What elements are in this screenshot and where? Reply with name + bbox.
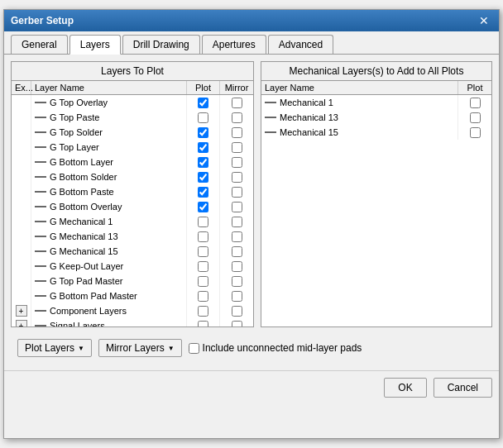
mirror-checkbox[interactable] <box>232 112 242 123</box>
mirror-checkbox[interactable] <box>232 172 242 183</box>
mirror-cell[interactable] <box>220 199 253 214</box>
plot-cell[interactable] <box>187 155 220 169</box>
plot-cell[interactable] <box>187 199 220 214</box>
mirror-checkbox[interactable] <box>232 217 242 227</box>
expand-cell <box>12 288 31 303</box>
mirror-checkbox[interactable] <box>232 127 242 138</box>
plot-checkbox[interactable] <box>198 142 208 153</box>
plot-checkbox[interactable] <box>470 127 481 138</box>
tab-layers[interactable]: Layers <box>69 35 121 55</box>
plot-checkbox[interactable] <box>198 231 208 242</box>
tab-advanced[interactable]: Advanced <box>268 35 333 54</box>
mirror-checkbox[interactable] <box>232 306 242 317</box>
left-panel: Layers To Plot Ex... Layer Name Plot Mir… <box>11 61 254 327</box>
mirror-cell[interactable] <box>220 214 253 229</box>
plot-checkbox[interactable] <box>470 98 481 108</box>
plot-checkbox[interactable] <box>470 112 481 123</box>
table-row-group: + Signal Layers <box>12 318 253 326</box>
mirror-cell[interactable] <box>220 303 253 318</box>
plot-checkbox[interactable] <box>198 217 208 227</box>
plot-checkbox[interactable] <box>198 157 208 168</box>
mirror-cell[interactable] <box>220 140 253 155</box>
plot-checkbox[interactable] <box>198 246 208 257</box>
tab-drill-drawing[interactable]: Drill Drawing <box>122 35 200 54</box>
mirror-cell[interactable] <box>220 318 253 326</box>
mirror-checkbox[interactable] <box>232 276 242 287</box>
plot-checkbox[interactable] <box>198 276 208 287</box>
close-button[interactable]: ✕ <box>476 14 492 27</box>
plot-cell[interactable] <box>187 259 220 274</box>
ok-button[interactable]: OK <box>384 378 426 398</box>
plot-checkbox[interactable] <box>198 187 208 198</box>
plot-cell[interactable] <box>187 288 220 303</box>
mirror-checkbox[interactable] <box>232 157 242 168</box>
plot-checkbox[interactable] <box>198 306 208 317</box>
mirror-cell[interactable] <box>220 184 253 199</box>
mirror-checkbox[interactable] <box>232 261 242 272</box>
mirror-cell[interactable] <box>220 95 253 110</box>
plot-checkbox[interactable] <box>198 202 208 212</box>
plot-checkbox[interactable] <box>198 321 208 327</box>
plot-checkbox[interactable] <box>198 98 208 108</box>
expand-cell[interactable]: + <box>12 318 31 326</box>
mirror-cell[interactable] <box>220 155 253 169</box>
mirror-checkbox[interactable] <box>232 202 242 212</box>
layer-name-cell: Signal Layers <box>31 318 187 326</box>
plot-checkbox[interactable] <box>198 291 208 302</box>
plot-cell[interactable] <box>187 110 220 125</box>
cancel-button[interactable]: Cancel <box>434 378 492 398</box>
plot-cell[interactable] <box>187 274 220 288</box>
plot-cell[interactable] <box>187 318 220 326</box>
mirror-checkbox[interactable] <box>232 291 242 302</box>
plot-checkbox[interactable] <box>198 127 208 138</box>
plot-checkbox[interactable] <box>198 112 208 123</box>
mirror-checkbox[interactable] <box>232 142 242 153</box>
mirror-layers-label: Mirror Layers <box>106 342 165 354</box>
mirror-layers-button[interactable]: Mirror Layers ▼ <box>98 339 182 357</box>
plot-cell[interactable] <box>458 110 491 125</box>
expand-cell <box>12 95 31 110</box>
plot-cell[interactable] <box>187 95 220 110</box>
mirror-checkbox[interactable] <box>232 231 242 242</box>
mirror-checkbox[interactable] <box>232 321 242 327</box>
mirror-cell[interactable] <box>220 169 253 184</box>
plot-cell[interactable] <box>187 244 220 259</box>
expand-cell <box>12 199 31 214</box>
plot-layers-button[interactable]: Plot Layers ▼ <box>17 339 92 357</box>
mirror-checkbox[interactable] <box>232 246 242 257</box>
expand-button[interactable]: + <box>16 305 27 317</box>
mirror-cell[interactable] <box>220 110 253 125</box>
plot-cell[interactable] <box>187 229 220 244</box>
layer-name-cell: Component Layers <box>31 303 187 318</box>
plot-cell[interactable] <box>458 95 491 110</box>
plot-cell[interactable] <box>187 184 220 199</box>
mirror-cell[interactable] <box>220 125 253 140</box>
plot-checkbox[interactable] <box>198 261 208 272</box>
mirror-cell[interactable] <box>220 229 253 244</box>
include-checkbox[interactable] <box>189 343 199 354</box>
layer-name-cell: Mechanical 13 <box>261 110 458 125</box>
plot-cell[interactable] <box>187 125 220 140</box>
expand-button[interactable]: + <box>16 320 27 326</box>
plot-cell[interactable] <box>187 169 220 184</box>
main-content: Layers To Plot Ex... Layer Name Plot Mir… <box>4 55 499 370</box>
mirror-cell[interactable] <box>220 274 253 288</box>
mirror-cell[interactable] <box>220 259 253 274</box>
plot-checkbox[interactable] <box>198 172 208 183</box>
table-row: Mechanical 15 <box>261 125 491 140</box>
mirror-cell[interactable] <box>220 244 253 259</box>
expand-cell <box>12 155 31 169</box>
include-check-label[interactable]: Include unconnected mid-layer pads <box>189 342 362 354</box>
plot-cell[interactable] <box>187 303 220 318</box>
plot-cell[interactable] <box>187 214 220 229</box>
mirror-checkbox[interactable] <box>232 187 242 198</box>
tab-apertures[interactable]: Apertures <box>202 35 266 54</box>
mirror-checkbox[interactable] <box>232 98 242 108</box>
mirror-cell[interactable] <box>220 288 253 303</box>
layer-name-cell: G Mechanical 15 <box>31 244 187 259</box>
tab-general[interactable]: General <box>11 35 68 54</box>
plot-cell[interactable] <box>458 125 491 140</box>
col-layer-name: Layer Name <box>31 81 187 94</box>
plot-cell[interactable] <box>187 140 220 155</box>
expand-cell[interactable]: + <box>12 303 31 318</box>
